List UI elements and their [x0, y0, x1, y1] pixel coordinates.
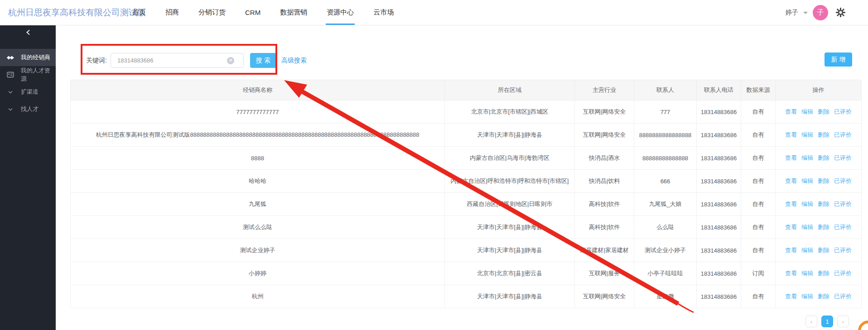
- edit-link[interactable]: 编辑: [801, 270, 813, 277]
- next-page-button[interactable]: ›: [837, 316, 849, 327]
- dealer-table: 经销商名称所在区域主营行业联系人联系人电话数据来源操作 777777777777…: [70, 80, 862, 308]
- view-link[interactable]: 查看: [785, 247, 797, 253]
- sidebar-item-1[interactable]: 我的人才资源: [0, 66, 56, 83]
- delete-link[interactable]: 删除: [818, 224, 829, 230]
- contact-cell: 测试企业小婷子: [634, 239, 697, 262]
- table-row: 哈哈哈内蒙古自治区|呼和浩特市|呼和浩特市[市辖区]快消品|饮料66618314…: [71, 170, 862, 193]
- phone-cell: 18314883686: [697, 285, 741, 308]
- table-row: 九尾狐西藏自治区|日喀则地区|日喀则市高科技|软件九尾狐_大娘183148836…: [71, 193, 862, 216]
- edit-link[interactable]: 编辑: [801, 224, 813, 230]
- phone-cell: 18314883686: [697, 100, 741, 124]
- sidebar-item-2[interactable]: 扩渠道: [0, 83, 56, 100]
- delete-link[interactable]: 删除: [818, 247, 829, 253]
- view-link[interactable]: 查看: [785, 131, 797, 138]
- user-menu[interactable]: 婷子 子: [786, 0, 845, 25]
- evaluated-link[interactable]: 已评价: [834, 247, 852, 253]
- view-link[interactable]: 查看: [785, 108, 797, 115]
- evaluated-link[interactable]: 已评价: [834, 201, 852, 207]
- evaluated-link[interactable]: 已评价: [834, 177, 852, 184]
- delete-link[interactable]: 删除: [818, 270, 829, 277]
- delete-link[interactable]: 删除: [818, 131, 829, 138]
- evaluated-link[interactable]: 已评价: [834, 131, 852, 138]
- edit-link[interactable]: 编辑: [801, 247, 813, 253]
- column-header: 数据来源: [741, 80, 776, 100]
- actions-cell: 查看编辑删除已评价: [776, 285, 862, 308]
- sidebar-item-3[interactable]: 找人才: [0, 100, 56, 118]
- contact-cell: 么么哒: [634, 216, 697, 239]
- view-link[interactable]: 查看: [785, 201, 797, 207]
- dealer-name-cell: 杭州: [71, 285, 445, 308]
- delete-link[interactable]: 删除: [818, 293, 829, 300]
- gear-icon[interactable]: [836, 8, 845, 17]
- nav-item-6[interactable]: 云市场: [373, 0, 394, 25]
- page-1-button[interactable]: 1: [821, 316, 833, 327]
- chevron-down-icon: [0, 91, 21, 94]
- view-link[interactable]: 查看: [785, 293, 797, 300]
- delete-link[interactable]: 删除: [818, 108, 829, 115]
- region-cell: 内蒙古自治区|乌海市|海勃湾区: [445, 147, 575, 170]
- nav-item-2[interactable]: 分销订货: [198, 0, 226, 25]
- evaluated-link[interactable]: 已评价: [834, 270, 852, 277]
- edit-link[interactable]: 编辑: [801, 131, 813, 138]
- edit-link[interactable]: 编辑: [801, 293, 813, 300]
- edit-link[interactable]: 编辑: [801, 154, 813, 161]
- avatar[interactable]: 子: [813, 5, 828, 20]
- evaluated-link[interactable]: 已评价: [834, 154, 852, 161]
- phone-cell: 18314883686: [697, 170, 741, 193]
- floating-service-button[interactable]: [858, 320, 868, 330]
- view-link[interactable]: 查看: [785, 177, 797, 184]
- evaluated-link[interactable]: 已评价: [834, 224, 852, 230]
- column-header: 联系人电话: [697, 80, 741, 100]
- contact-cell: 九尾狐_大娘: [634, 193, 697, 216]
- region-cell: 天津市|天津市[县]|静海县: [445, 285, 575, 308]
- chevron-down-icon: [0, 108, 21, 111]
- clear-icon[interactable]: ✕: [227, 57, 234, 64]
- table-header-row: 经销商名称所在区域主营行业联系人联系人电话数据来源操作: [71, 80, 862, 100]
- view-link[interactable]: 查看: [785, 270, 797, 277]
- dealer-name-cell: 测试企业婷子: [71, 239, 445, 262]
- industry-cell: 互联网|网络安全: [575, 285, 634, 308]
- column-header: 所在区域: [445, 80, 575, 100]
- view-link[interactable]: 查看: [785, 154, 797, 161]
- edit-link[interactable]: 编辑: [801, 177, 813, 184]
- collapse-button[interactable]: [0, 25, 56, 41]
- region-cell: 天津市|天津市[县]|静海县: [445, 239, 575, 262]
- industry-cell: 高科技|软件: [575, 216, 634, 239]
- nav-item-0[interactable]: 首页: [132, 0, 146, 25]
- view-link[interactable]: 查看: [785, 224, 797, 230]
- source-cell: 自有: [741, 100, 776, 124]
- region-cell: 内蒙古自治区|呼和浩特市|呼和浩特市[市辖区]: [445, 170, 575, 193]
- column-header: 主营行业: [575, 80, 634, 100]
- edit-link[interactable]: 编辑: [801, 108, 813, 115]
- nav-item-4[interactable]: 数据营销: [280, 0, 307, 25]
- table-body: 7777777777777北京市|北京市[市辖区]|西城区互联网|网络安全777…: [71, 100, 862, 308]
- edit-link[interactable]: 编辑: [801, 201, 813, 207]
- handshake-icon: [0, 55, 21, 61]
- chevron-left-icon: [25, 29, 31, 37]
- keyword-input[interactable]: [116, 57, 227, 64]
- add-button[interactable]: 新 增: [825, 53, 852, 67]
- nav-items: 首页招商分销订货CRM数据营销资源中心云市场: [132, 0, 394, 25]
- nav-item-1[interactable]: 招商: [165, 0, 179, 25]
- search-button[interactable]: 搜 索: [250, 53, 276, 68]
- evaluated-link[interactable]: 已评价: [834, 108, 852, 115]
- delete-link[interactable]: 删除: [818, 201, 829, 207]
- evaluated-link[interactable]: 已评价: [834, 293, 852, 300]
- nav-item-5[interactable]: 资源中心: [327, 0, 354, 25]
- dealer-name-cell: 哈哈哈: [71, 170, 445, 193]
- brand-text: 杭州日思夜享高科技有限公司测试版: [8, 0, 146, 25]
- nav-item-3[interactable]: CRM: [245, 0, 260, 25]
- sidebar-item-0[interactable]: 我的经销商: [0, 49, 56, 66]
- username[interactable]: 婷子: [786, 9, 798, 17]
- table-row: 杭州天津市|天津市[县]|静海县互联网|网络安全是的撒18314883686自有…: [71, 285, 862, 308]
- region-cell: 西藏自治区|日喀则地区|日喀则市: [445, 193, 575, 216]
- industry-cell: 快消品|酒水: [575, 147, 634, 170]
- advanced-search-link[interactable]: 高级搜索: [281, 53, 307, 68]
- contact-cell: 88888888888888: [634, 147, 697, 170]
- prev-page-button[interactable]: ‹: [805, 316, 817, 327]
- column-header: 经销商名称: [71, 80, 445, 100]
- delete-link[interactable]: 删除: [818, 177, 829, 184]
- dealer-name-cell: 杭州日思夜享高科技有限公司测试版888888888888888888888888…: [71, 124, 445, 147]
- delete-link[interactable]: 删除: [818, 154, 829, 161]
- dealer-name-cell: 小婷婷: [71, 262, 445, 285]
